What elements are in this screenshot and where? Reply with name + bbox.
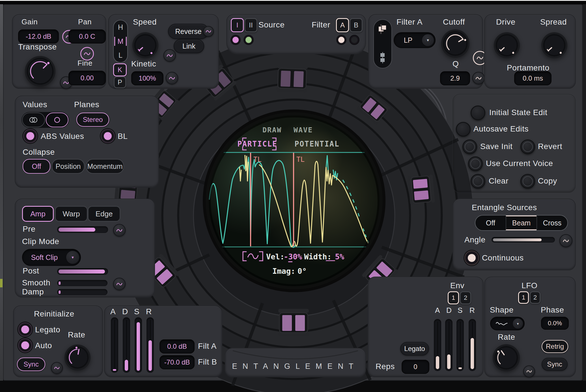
link-button[interactable]: Link [174,39,204,53]
q-mod-sine-icon[interactable] [472,72,485,84]
revert-button[interactable] [520,139,535,154]
collapse-off[interactable]: Off [23,159,50,174]
values-mode-both-icon[interactable] [22,113,45,127]
display-tab-particle[interactable]: PARTICLE [237,140,277,148]
collapse-segmented[interactable]: Off Position Momentum [23,159,124,174]
env-1-button[interactable]: 1 [448,291,459,304]
angle-mod-sine-icon[interactable] [559,234,572,247]
values-mode-toggle[interactable] [21,112,69,128]
width-value[interactable]: __5% [326,252,344,261]
initial-state-edit-button[interactable] [471,105,485,120]
autosave-edits-button[interactable] [456,122,471,137]
env-sustain-slider[interactable] [456,319,464,371]
entangle-beam[interactable]: Beam [506,216,537,230]
filt-b-send-value[interactable]: -70.0 dB [160,355,195,369]
phase-value[interactable]: 0.0% [541,317,569,330]
drive-knob[interactable] [493,31,521,59]
reps-value[interactable]: 0 [402,360,429,374]
auto-radio[interactable] [18,338,32,352]
display-tab-potential[interactable]: POTENTIAL [295,140,340,148]
adsr-release-slider[interactable] [146,317,154,373]
filter-routing-pill[interactable] [373,19,392,68]
cutoff-knob[interactable] [440,28,471,59]
gain-value[interactable]: -12.0 dB [18,29,59,44]
adsr-decay-slider[interactable] [123,317,130,373]
angle-slider[interactable] [492,237,555,243]
use-current-voice-button[interactable] [468,156,483,171]
reinit-rate-mod-sine-icon[interactable] [51,362,63,374]
pan-mod-sine-icon[interactable] [80,47,94,61]
entangle-off[interactable]: Off [475,216,506,230]
clip-mode-dropdown[interactable]: Soft Clip ▾ [22,249,81,266]
retrig-button[interactable]: Retrig [542,340,568,353]
tab-edge[interactable]: Edge [88,206,120,222]
speed-knob[interactable] [131,31,160,59]
lfo-rate-mod-sine-icon[interactable] [523,365,535,377]
reinit-rate-knob[interactable] [63,343,92,372]
display-tab-draw[interactable]: DRAW [262,126,282,134]
hml-option-h[interactable]: H [118,23,123,31]
p-button[interactable]: P [114,76,126,88]
collapse-momentum[interactable]: Momentum [86,159,124,174]
lfo-1-button[interactable]: 1 [518,291,529,304]
filter-type-dropdown[interactable]: LP ▾ [394,32,436,48]
adsr-sustain-slider[interactable] [135,317,142,373]
filter-type-dropdown-arrow-icon[interactable]: ▾ [422,34,434,46]
smooth-mod-sine-icon[interactable] [113,278,126,290]
hml-option-l[interactable]: L [119,51,122,59]
lfo-rate-knob[interactable] [492,343,521,373]
env-decay-slider[interactable] [445,319,453,371]
tab-warp[interactable]: Warp [55,206,88,222]
post-slider[interactable] [57,268,108,275]
planes-stereo-button[interactable]: Stereo [76,113,109,127]
values-mode-single-icon[interactable] [46,113,69,127]
filter-b-button[interactable]: B [350,18,363,32]
k-button[interactable]: K [113,63,127,76]
pre-mod-sine-icon[interactable] [113,224,126,236]
vel-value[interactable]: -30% [284,252,302,261]
spread-knob[interactable] [540,31,568,59]
reverse-mod-sine-icon[interactable] [203,26,214,37]
smooth-slider[interactable] [57,280,107,286]
lfo-sync-button[interactable]: Sync [542,358,568,371]
pan-value[interactable]: 0.0 C [68,29,106,44]
fine-value[interactable]: 0.00 [68,71,106,85]
source-one-button[interactable]: I [231,18,244,32]
copy-button[interactable] [520,174,535,189]
abs-values-radio[interactable] [23,129,37,143]
filter-a-button[interactable]: A [336,18,349,32]
legato-radio[interactable] [18,322,32,337]
portamento-value[interactable]: 0.0 ms [514,71,551,85]
bl-radio[interactable] [101,129,115,143]
q-value[interactable]: 2.9 [440,71,470,85]
shape-dropdown[interactable]: ▾ [490,317,525,330]
damp-slider[interactable] [57,289,107,295]
kinetic-value[interactable]: 100% [131,71,163,85]
save-init-button[interactable] [462,139,477,154]
reinit-sync-button[interactable]: Sync [17,357,45,371]
shape-dropdown-arrow-icon[interactable]: ▾ [513,318,523,329]
reverse-button[interactable]: Reverse [168,24,209,39]
kinetic-mod-sine-icon[interactable] [166,72,178,84]
env-attack-slider[interactable] [434,319,441,371]
source-two-button[interactable]: II [244,18,257,32]
pre-slider[interactable] [57,226,108,233]
env-2-button[interactable]: 2 [460,291,471,304]
entangle-segmented[interactable]: Off Beam Cross [475,215,568,231]
entangle-cross[interactable]: Cross [537,216,567,230]
clip-mode-dropdown-arrow-icon[interactable]: ▾ [66,251,79,264]
hml-option-m[interactable]: M [114,37,127,46]
display-tab-wave[interactable]: WAVE [294,126,313,134]
continuous-radio[interactable] [464,251,479,265]
env-legato-button[interactable]: Legato [400,342,429,356]
transpose-knob[interactable] [23,54,57,88]
collapse-position[interactable]: Position [52,159,85,174]
imag-value[interactable]: 0° [298,267,307,275]
speed-mod-sine-icon[interactable] [163,49,176,62]
hml-selector[interactable]: H M L [113,20,128,63]
filt-a-send-value[interactable]: 0.0 dB [160,339,195,354]
clear-button[interactable] [471,174,485,189]
tab-amp[interactable]: Amp [22,206,54,222]
lfo-2-button[interactable]: 2 [530,291,540,304]
adsr-attack-slider[interactable] [111,317,118,373]
